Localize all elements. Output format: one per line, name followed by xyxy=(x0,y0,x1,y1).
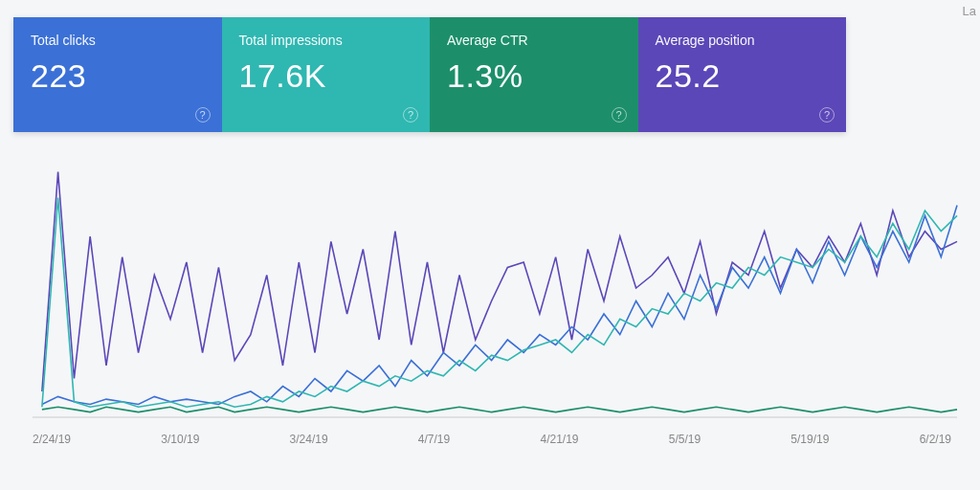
series-line xyxy=(42,407,957,412)
x-tick-label: 4/21/19 xyxy=(540,433,578,446)
metric-cards-row: Total clicks 223 ? Total impressions 17.… xyxy=(13,17,846,132)
x-tick-label: 6/2/19 xyxy=(920,433,951,446)
x-tick-label: 5/5/19 xyxy=(669,433,701,446)
dashboard-container: Total clicks 223 ? Total impressions 17.… xyxy=(0,0,980,446)
help-icon[interactable]: ? xyxy=(819,107,835,122)
metric-value: 17.6K xyxy=(239,57,413,95)
chart-x-axis: 2/24/193/10/193/24/194/7/194/21/195/5/19… xyxy=(33,427,951,446)
metric-value: 25.2 xyxy=(656,57,830,95)
metric-card-position[interactable]: Average position 25.2 ? xyxy=(638,17,847,132)
help-icon[interactable]: ? xyxy=(612,107,627,122)
help-icon[interactable]: ? xyxy=(403,107,418,122)
metric-value: 1.3% xyxy=(447,57,621,95)
x-tick-label: 3/24/19 xyxy=(290,433,328,446)
x-tick-label: 2/24/19 xyxy=(33,433,71,446)
metric-label: Average CTR xyxy=(447,33,621,48)
x-tick-label: 3/10/19 xyxy=(161,433,199,446)
metric-card-ctr[interactable]: Average CTR 1.3% ? xyxy=(430,17,638,132)
metric-card-clicks[interactable]: Total clicks 223 ? xyxy=(13,17,222,132)
metric-card-impressions[interactable]: Total impressions 17.6K ? xyxy=(222,17,431,132)
page-top-right-text: La xyxy=(963,4,976,18)
performance-chart: 2/24/193/10/193/24/194/7/194/21/195/5/19… xyxy=(13,140,967,446)
metric-label: Total clicks xyxy=(31,33,205,48)
metric-value: 223 xyxy=(31,57,205,95)
series-line xyxy=(42,198,957,408)
metric-label: Average position xyxy=(656,33,830,48)
chart-svg xyxy=(13,140,967,427)
series-line xyxy=(42,206,957,405)
metric-label: Total impressions xyxy=(239,33,413,48)
help-icon[interactable]: ? xyxy=(195,107,211,122)
x-tick-label: 5/19/19 xyxy=(791,433,829,446)
x-tick-label: 4/7/19 xyxy=(418,433,450,446)
